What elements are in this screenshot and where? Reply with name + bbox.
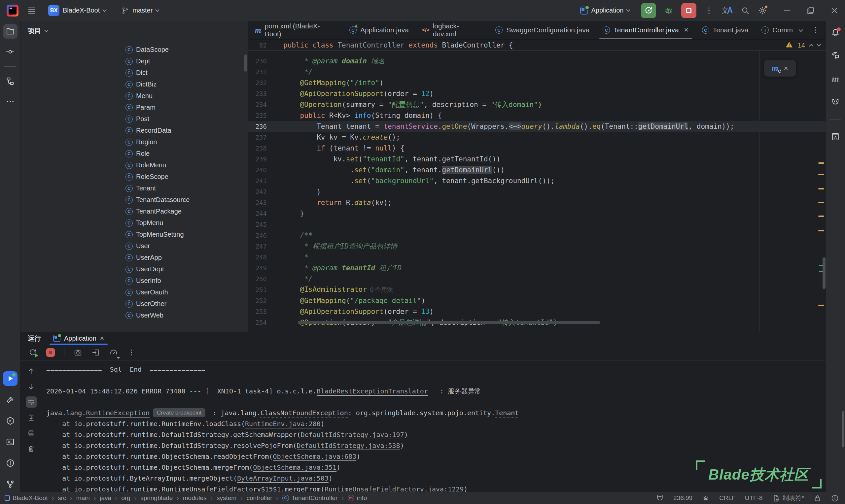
line-number[interactable]: 249 [248, 264, 267, 272]
stack-trace-link[interactable]: ObjectSchema.java:683 [273, 452, 356, 461]
inspections-widget[interactable]: 14 [785, 41, 820, 50]
line-number[interactable]: 247 [248, 242, 267, 250]
more-tool-windows-stripe-button[interactable] [3, 94, 18, 109]
line-number[interactable]: 253 [248, 308, 267, 315]
close-icon[interactable]: ✕ [100, 335, 104, 342]
debug-button[interactable] [664, 6, 673, 15]
profiler-button[interactable] [109, 348, 118, 357]
run-stripe-button[interactable] [3, 371, 18, 386]
close-icon[interactable]: ✕ [684, 26, 689, 34]
line-number[interactable]: 230 [248, 57, 267, 65]
line-number[interactable]: 237 [248, 134, 267, 141]
translate-button[interactable]: 文A [722, 6, 733, 15]
exit-softly-button[interactable] [91, 348, 100, 357]
project-widget[interactable]: BX BladeX-Boot [45, 3, 109, 18]
line-number[interactable]: 82 [248, 41, 267, 49]
line-number[interactable]: 234 [248, 101, 267, 108]
project-tree-item[interactable]: CRegion [20, 136, 248, 148]
indent-style[interactable]: 制表符* [772, 494, 804, 502]
editor-hscrollbar-thumb[interactable] [298, 321, 600, 324]
project-tree-item[interactable]: CDict [20, 67, 248, 78]
line-number[interactable]: 250 [248, 275, 267, 283]
minimize-button[interactable] [782, 6, 792, 15]
project-tree-item[interactable]: CParam [20, 102, 248, 113]
prev-problem-chevron-icon[interactable] [809, 44, 813, 48]
warning-stripe-mark[interactable] [818, 174, 824, 175]
stack-trace-link[interactable]: RuntimeEnv.java:280 [245, 420, 321, 428]
warning-stripe-mark[interactable] [818, 202, 824, 203]
next-problem-chevron-icon[interactable] [816, 42, 821, 47]
project-tree-item[interactable]: CUserWeb [20, 310, 248, 321]
structure-stripe-button[interactable] [3, 74, 18, 88]
run-configuration-widget[interactable]: Application [577, 5, 633, 17]
caret-position[interactable]: 236:99 [673, 494, 692, 502]
version-control-stripe-button[interactable] [3, 477, 18, 491]
line-separator[interactable]: CRLF [719, 494, 736, 502]
services-stripe-button[interactable] [3, 414, 18, 428]
problems-stripe-button[interactable] [3, 456, 18, 470]
project-tree-item[interactable]: CTopMenu [20, 217, 248, 229]
line-number[interactable]: 238 [248, 145, 267, 152]
breadcrumb-item[interactable]: src [58, 494, 66, 502]
editor-tab[interactable]: </>logback-dev.xml [416, 21, 489, 39]
clear-all-button[interactable] [26, 443, 37, 454]
breadcrumb-item[interactable]: minfo [348, 494, 367, 502]
project-tree-item[interactable]: CUserOther [20, 298, 248, 310]
project-tree-item[interactable]: CDictBiz [20, 78, 248, 90]
run-tab-application[interactable]: Application ✕ [51, 332, 106, 344]
screenshot-button[interactable] [74, 348, 82, 357]
more-options-button[interactable] [127, 348, 136, 357]
settings-button[interactable] [758, 6, 767, 15]
translation-float-widget[interactable]: m ✕ [764, 60, 796, 76]
info-stripe-mark[interactable] [819, 265, 823, 266]
line-number[interactable]: 233 [248, 90, 267, 97]
project-tree-item[interactable]: CMenu [20, 90, 248, 102]
next-occurrence-button[interactable] [26, 381, 37, 392]
editor-tab[interactable]: mpom.xml (BladeX-Boot) [248, 21, 343, 39]
line-number[interactable]: 239 [248, 156, 267, 163]
line-number[interactable]: 248 [248, 253, 267, 261]
line-number[interactable]: 242 [248, 188, 267, 195]
project-tree-item[interactable]: CTenantDatasource [20, 194, 248, 205]
warning-stripe-mark[interactable] [818, 216, 824, 217]
warning-stripe-mark[interactable] [818, 230, 824, 231]
baidu-engine[interactable] [702, 494, 710, 502]
rerun-button[interactable] [641, 3, 656, 18]
breadcrumb-item[interactable]: modules [183, 494, 207, 502]
project-tree-item[interactable]: CRoleMenu [20, 159, 248, 171]
editor-tab[interactable]: CSwaggerConfiguration.java [489, 21, 596, 39]
line-number[interactable]: 246 [248, 232, 267, 239]
stack-trace-link[interactable]: Tenant [495, 409, 519, 417]
readonly-toggle[interactable] [813, 494, 822, 502]
line-number[interactable]: 232 [248, 79, 267, 87]
stack-trace-link[interactable]: DefaultIdStrategy.java:538 [297, 442, 400, 450]
scroll-to-end-button[interactable] [26, 412, 37, 423]
hidden-tabs-chevron-icon[interactable] [799, 28, 803, 32]
close-button[interactable] [830, 6, 839, 15]
line-number[interactable]: 244 [248, 210, 267, 217]
stack-trace-link[interactable]: ObjectSchema.java:351 [253, 463, 336, 471]
project-scrollbar-thumb[interactable] [244, 54, 247, 72]
translation-dictionary-stripe-button[interactable]: A [828, 129, 843, 144]
notifications-status[interactable] [831, 494, 839, 502]
more-actions-button[interactable] [704, 6, 714, 15]
run-console[interactable]: ============== Sql End ==============202… [42, 361, 826, 492]
project-tree-item[interactable]: CTopMenuSetting [20, 229, 248, 240]
maven-stripe-button[interactable]: m [828, 72, 843, 86]
project-tree-item[interactable]: CUserOauth [20, 287, 248, 298]
stop-button[interactable] [681, 3, 697, 18]
breadcrumb-item[interactable]: BladeX-Boot [5, 494, 48, 502]
line-number[interactable]: 252 [248, 297, 267, 304]
project-tree-item[interactable]: CRecordData [20, 125, 248, 136]
breadcrumb-item[interactable]: main [76, 494, 90, 502]
main-menu-button[interactable] [27, 6, 36, 15]
stack-trace-link[interactable]: ClassNotFoundException [261, 409, 348, 417]
line-number[interactable]: 236 [248, 123, 267, 130]
stack-trace-link[interactable]: BladeRestExceptionTranslator [317, 387, 428, 395]
file-encoding[interactable]: UTF-8 [745, 494, 763, 502]
breadcrumb-item[interactable]: system [217, 494, 236, 502]
project-tree-item[interactable]: CRole [20, 148, 248, 159]
commit-stripe-button[interactable] [3, 44, 18, 59]
stack-trace-link[interactable]: ByteArrayInput.java:503 [237, 474, 329, 482]
line-number[interactable]: 241 [248, 177, 267, 184]
